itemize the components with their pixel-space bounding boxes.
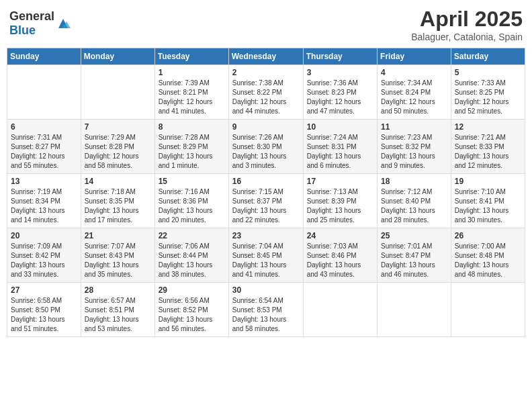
day-number: 13: [11, 177, 77, 186]
logo-general: General: [9, 9, 54, 23]
calendar-cell: 18 Sunrise: 7:12 AM Sunset: 8:40 PM Dayl…: [378, 174, 451, 228]
calendar-cell: [378, 283, 451, 337]
day-number: 26: [455, 231, 521, 240]
day-number: 9: [232, 122, 300, 132]
day-info: Sunrise: 6:58 AM Sunset: 8:50 PM Dayligh…: [11, 296, 77, 334]
day-info: Sunrise: 6:57 AM Sunset: 8:51 PM Dayligh…: [85, 296, 151, 334]
month-title: April 2025: [411, 7, 523, 32]
day-info: Sunrise: 7:33 AM Sunset: 8:25 PM Dayligh…: [455, 79, 521, 116]
weekday-header-thursday: Thursday: [303, 48, 377, 65]
weekday-header-monday: Monday: [81, 48, 154, 65]
day-info: Sunrise: 7:28 AM Sunset: 8:29 PM Dayligh…: [159, 133, 225, 171]
day-info: Sunrise: 7:23 AM Sunset: 8:32 PM Dayligh…: [381, 133, 447, 171]
calendar-cell: 13 Sunrise: 7:19 AM Sunset: 8:34 PM Dayl…: [7, 174, 81, 228]
calendar-cell: 20 Sunrise: 7:09 AM Sunset: 8:42 PM Dayl…: [7, 228, 81, 283]
calendar-cell: 28 Sunrise: 6:57 AM Sunset: 8:51 PM Dayl…: [81, 283, 154, 337]
calendar-cell: 22 Sunrise: 7:06 AM Sunset: 8:44 PM Dayl…: [154, 228, 228, 283]
day-number: 12: [455, 122, 521, 132]
weekday-header-tuesday: Tuesday: [154, 48, 228, 65]
day-info: Sunrise: 7:24 AM Sunset: 8:31 PM Dayligh…: [307, 133, 373, 171]
day-number: 2: [232, 68, 300, 77]
header: General Blue April 2025 Balaguer, Catalo…: [7, 7, 525, 42]
day-info: Sunrise: 7:07 AM Sunset: 8:43 PM Dayligh…: [85, 242, 151, 279]
calendar-cell: 19 Sunrise: 7:10 AM Sunset: 8:41 PM Dayl…: [451, 174, 525, 228]
day-info: Sunrise: 7:39 AM Sunset: 8:21 PM Dayligh…: [159, 79, 225, 116]
day-number: 4: [381, 68, 447, 77]
weekday-header-wednesday: Wednesday: [228, 48, 303, 65]
day-number: 15: [159, 177, 225, 186]
day-number: 21: [85, 231, 151, 240]
day-number: 29: [159, 285, 225, 295]
calendar-cell: 5 Sunrise: 7:33 AM Sunset: 8:25 PM Dayli…: [451, 65, 525, 120]
calendar-cell: 21 Sunrise: 7:07 AM Sunset: 8:43 PM Dayl…: [81, 228, 154, 283]
calendar-cell: 10 Sunrise: 7:24 AM Sunset: 8:31 PM Dayl…: [303, 120, 377, 174]
day-info: Sunrise: 7:18 AM Sunset: 8:35 PM Dayligh…: [85, 187, 151, 225]
calendar-cell: 6 Sunrise: 7:31 AM Sunset: 8:27 PM Dayli…: [7, 120, 81, 174]
calendar-cell: 12 Sunrise: 7:21 AM Sunset: 8:33 PM Dayl…: [451, 120, 525, 174]
day-number: 22: [159, 231, 225, 240]
calendar-cell: 16 Sunrise: 7:15 AM Sunset: 8:37 PM Dayl…: [228, 174, 303, 228]
day-info: Sunrise: 7:26 AM Sunset: 8:30 PM Dayligh…: [232, 133, 300, 171]
day-info: Sunrise: 7:21 AM Sunset: 8:33 PM Dayligh…: [455, 133, 521, 171]
day-info: Sunrise: 7:13 AM Sunset: 8:39 PM Dayligh…: [307, 187, 373, 225]
day-number: 23: [232, 231, 300, 240]
calendar-cell: [7, 65, 81, 120]
calendar-cell: 26 Sunrise: 7:00 AM Sunset: 8:48 PM Dayl…: [451, 228, 525, 283]
day-info: Sunrise: 7:01 AM Sunset: 8:47 PM Dayligh…: [381, 242, 447, 279]
calendar-cell: 24 Sunrise: 7:03 AM Sunset: 8:46 PM Dayl…: [303, 228, 377, 283]
day-info: Sunrise: 7:03 AM Sunset: 8:46 PM Dayligh…: [307, 242, 373, 279]
calendar-cell: 29 Sunrise: 6:56 AM Sunset: 8:52 PM Dayl…: [154, 283, 228, 337]
calendar-cell: 4 Sunrise: 7:34 AM Sunset: 8:24 PM Dayli…: [378, 65, 451, 120]
day-info: Sunrise: 7:31 AM Sunset: 8:27 PM Dayligh…: [11, 133, 77, 171]
calendar-cell: 25 Sunrise: 7:01 AM Sunset: 8:47 PM Dayl…: [378, 228, 451, 283]
day-info: Sunrise: 6:56 AM Sunset: 8:52 PM Dayligh…: [159, 296, 225, 334]
day-number: 8: [159, 122, 225, 132]
day-number: 17: [307, 177, 373, 186]
day-number: 6: [11, 122, 77, 132]
day-number: 7: [85, 122, 151, 132]
location-title: Balaguer, Catalonia, Spain: [411, 32, 523, 42]
day-number: 16: [232, 177, 300, 186]
calendar-cell: 11 Sunrise: 7:23 AM Sunset: 8:32 PM Dayl…: [378, 120, 451, 174]
day-number: 10: [307, 122, 373, 132]
day-info: Sunrise: 7:19 AM Sunset: 8:34 PM Dayligh…: [11, 187, 77, 225]
calendar-table: SundayMondayTuesdayWednesdayThursdayFrid…: [7, 48, 525, 337]
day-info: Sunrise: 7:15 AM Sunset: 8:37 PM Dayligh…: [232, 187, 300, 225]
calendar-cell: 8 Sunrise: 7:28 AM Sunset: 8:29 PM Dayli…: [154, 120, 228, 174]
day-number: 27: [11, 285, 77, 295]
calendar-cell: 2 Sunrise: 7:38 AM Sunset: 8:22 PM Dayli…: [228, 65, 303, 120]
day-number: 30: [232, 285, 300, 295]
logo-blue: Blue: [9, 24, 36, 37]
day-number: 5: [455, 68, 521, 77]
day-info: Sunrise: 7:38 AM Sunset: 8:22 PM Dayligh…: [232, 79, 300, 116]
day-info: Sunrise: 7:06 AM Sunset: 8:44 PM Dayligh…: [159, 242, 225, 279]
day-info: Sunrise: 6:54 AM Sunset: 8:53 PM Dayligh…: [232, 296, 300, 334]
day-number: 1: [159, 68, 225, 77]
day-number: 14: [85, 177, 151, 186]
day-number: 3: [307, 68, 373, 77]
day-info: Sunrise: 7:29 AM Sunset: 8:28 PM Dayligh…: [85, 133, 151, 171]
calendar-cell: 23 Sunrise: 7:04 AM Sunset: 8:45 PM Dayl…: [228, 228, 303, 283]
logo: General Blue: [9, 9, 71, 38]
title-area: April 2025 Balaguer, Catalonia, Spain: [411, 7, 523, 42]
calendar-cell: [303, 283, 377, 337]
day-info: Sunrise: 7:12 AM Sunset: 8:40 PM Dayligh…: [381, 187, 447, 225]
day-number: 24: [307, 231, 373, 240]
calendar-cell: 3 Sunrise: 7:36 AM Sunset: 8:23 PM Dayli…: [303, 65, 377, 120]
weekday-header-saturday: Saturday: [451, 48, 525, 65]
weekday-header-friday: Friday: [378, 48, 451, 65]
calendar-cell: [81, 65, 154, 120]
calendar-cell: [451, 283, 525, 337]
day-number: 20: [11, 231, 77, 240]
calendar-cell: 15 Sunrise: 7:16 AM Sunset: 8:36 PM Dayl…: [154, 174, 228, 228]
day-info: Sunrise: 7:04 AM Sunset: 8:45 PM Dayligh…: [232, 242, 300, 279]
day-info: Sunrise: 7:34 AM Sunset: 8:24 PM Dayligh…: [381, 79, 447, 116]
calendar-cell: 14 Sunrise: 7:18 AM Sunset: 8:35 PM Dayl…: [81, 174, 154, 228]
day-number: 11: [381, 122, 447, 132]
day-info: Sunrise: 7:10 AM Sunset: 8:41 PM Dayligh…: [455, 187, 521, 225]
day-number: 25: [381, 231, 447, 240]
calendar-cell: 27 Sunrise: 6:58 AM Sunset: 8:50 PM Dayl…: [7, 283, 81, 337]
day-info: Sunrise: 7:00 AM Sunset: 8:48 PM Dayligh…: [455, 242, 521, 279]
calendar-cell: 30 Sunrise: 6:54 AM Sunset: 8:53 PM Dayl…: [228, 283, 303, 337]
logo-icon: [56, 16, 71, 31]
